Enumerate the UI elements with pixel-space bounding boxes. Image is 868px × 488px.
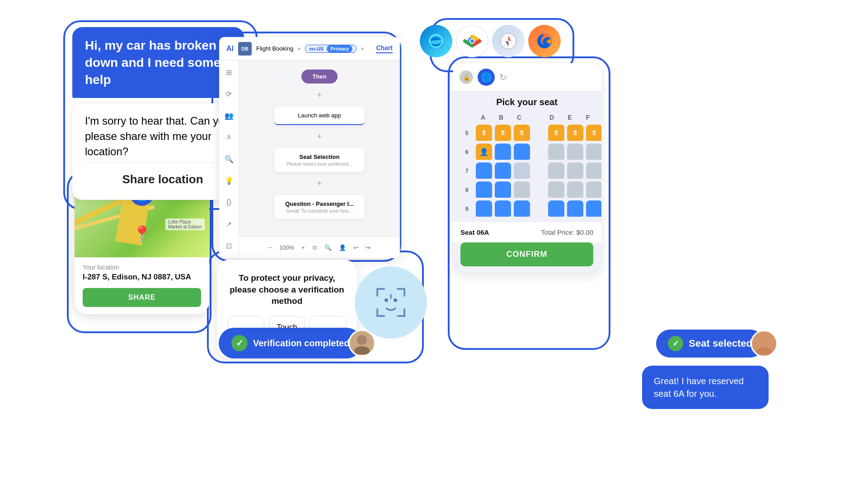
svg-point-8 [470, 39, 474, 43]
sidebar-devices-icon[interactable]: ⊡ [223, 239, 235, 252]
flow-question-title: Question - Passenger I... [282, 200, 357, 207]
firefox-icon[interactable] [528, 25, 561, 57]
seat-widget-footer: Seat 06A Total Price: $0.00 [452, 222, 601, 242]
map-label-3: Lotte PlazaMarket at Edison [165, 218, 205, 230]
share-button[interactable]: SHARE [83, 288, 201, 307]
seat-7c[interactable] [514, 163, 530, 179]
seat-response-text: Great! I have reserved seat 6A for you. [654, 375, 757, 400]
seat-5b[interactable]: $ [495, 125, 511, 141]
safari-icon[interactable] [492, 25, 525, 57]
seat-selected-text: Seat selected [689, 338, 752, 349]
svg-point-20 [385, 298, 388, 302]
seat-9d[interactable] [548, 200, 564, 217]
flow-dropdown-icon[interactable]: ▾ [298, 46, 300, 52]
sidebar-export-icon[interactable]: ↗ [223, 218, 235, 230]
seat-9e[interactable] [567, 200, 583, 217]
seat-7e[interactable] [567, 163, 583, 179]
seat-5a[interactable]: $ [476, 125, 492, 141]
col-c: C [510, 114, 528, 121]
fit-icon[interactable]: ⊙ [312, 244, 317, 251]
row-num-8: 8 [460, 186, 474, 193]
seat-7f[interactable] [586, 163, 601, 179]
flow-question-node[interactable]: Question - Passenger I... Great! To comp… [274, 195, 365, 219]
col-d: D [543, 114, 561, 121]
seat-7a[interactable] [476, 163, 492, 179]
seat-5f[interactable]: $ [586, 125, 601, 141]
sidebar-code-icon[interactable]: {} [223, 196, 235, 209]
flow-users-icon[interactable]: 👤 [339, 244, 346, 251]
seat-7d[interactable] [548, 163, 564, 179]
flow-seat-sub: Please select your preferred... [282, 161, 357, 167]
flow-launch-node[interactable]: Launch web app [274, 107, 365, 125]
sidebar-grid-icon[interactable]: ⊞ [223, 66, 235, 79]
flow-question-sub: Great! To complete your boo... [282, 208, 357, 214]
seat-9a[interactable] [476, 200, 492, 217]
seat-8f[interactable] [586, 181, 601, 198]
flow-plus-3[interactable]: + [317, 178, 322, 189]
undo-icon[interactable]: ↩ [353, 244, 358, 251]
seat-9b[interactable] [495, 200, 511, 217]
col-spacer-2 [528, 114, 543, 121]
seat-6b[interactable] [495, 144, 511, 160]
map-pin-icon: 📍 [132, 225, 152, 244]
seat-6a-selected[interactable]: 👤 [476, 144, 492, 160]
seat-9c[interactable] [514, 200, 530, 217]
sidebar-users-icon[interactable]: 👥 [223, 109, 235, 122]
flow-title[interactable]: Flight Booking [256, 45, 293, 52]
seat-refresh-icon[interactable]: ↻ [499, 72, 507, 83]
seat-5e[interactable]: $ [567, 125, 583, 141]
redo-icon[interactable]: ↪ [366, 244, 371, 251]
flow-avatar: DB [238, 42, 252, 56]
col-spacer-1 [460, 114, 474, 121]
row-num-6: 6 [460, 149, 474, 155]
seat-8b[interactable] [495, 181, 511, 198]
svg-point-24 [354, 346, 370, 354]
seat-5d[interactable]: $ [548, 125, 564, 141]
seat-6e[interactable] [567, 144, 583, 160]
seat-widget-topbar: 🔒 🌐 ↻ [452, 63, 601, 92]
flow-plus-2[interactable]: + [317, 131, 322, 142]
chart-tab[interactable]: Chart [376, 44, 393, 53]
zoom-minus[interactable]: − [268, 244, 272, 251]
browser-icons-container [420, 25, 561, 57]
seat-8e[interactable] [567, 181, 583, 198]
row-num-5: 5 [460, 130, 474, 136]
lang-dropdown-icon[interactable]: ▾ [361, 46, 364, 52]
seat-6d[interactable] [548, 144, 564, 160]
zoom-search-icon[interactable]: 🔍 [324, 244, 332, 251]
seat-6f[interactable] [586, 144, 601, 160]
seat-globe-icon: 🌐 [478, 69, 495, 86]
chrome-icon[interactable] [456, 25, 488, 57]
seat-info: Seat 06A [460, 228, 489, 236]
seat-9f[interactable] [586, 200, 601, 217]
col-f: F [579, 114, 597, 121]
user-message-bubble: Hi, my car has broken down and I need so… [72, 27, 244, 98]
sidebar-search-icon[interactable]: 🔍 [223, 153, 235, 165]
sidebar-layers-icon[interactable]: ≡ [223, 131, 235, 144]
location-text: I-287 S, Edison, NJ 0887, USA [83, 273, 201, 282]
flow-then-node[interactable]: Then [301, 70, 337, 84]
face-id-circle [355, 266, 427, 339]
seat-6c[interactable] [514, 144, 530, 160]
sidebar-link-icon[interactable]: ⟳ [223, 88, 235, 100]
seat-8c[interactable] [514, 181, 530, 198]
seat-row-5: 5 $ $ $ $ $ $ [460, 125, 594, 141]
verification-complete-badge: ✓ Verification completed [219, 328, 362, 358]
flow-plus-1[interactable]: + [317, 90, 322, 100]
zoom-plus[interactable]: + [301, 244, 305, 251]
sidebar-bulb-icon[interactable]: 💡 [223, 174, 235, 187]
flow-seat-title: Seat Selection [282, 153, 357, 160]
seat-8d[interactable] [548, 181, 564, 198]
location-label: Your location [83, 264, 201, 271]
face-id-svg [371, 282, 411, 323]
primary-badge: Primary [327, 46, 352, 51]
verification-check-icon: ✓ [231, 335, 248, 351]
confirm-button[interactable]: CONFIRM [460, 242, 593, 266]
share-location-button[interactable]: Share location [85, 163, 240, 189]
edge-icon[interactable] [420, 25, 452, 57]
seat-5c[interactable]: $ [514, 125, 530, 141]
flow-seat-node[interactable]: Seat Selection Please select your prefer… [274, 148, 365, 172]
seat-7b[interactable] [495, 163, 511, 179]
seat-widget-title-area: Pick your seat [452, 92, 601, 110]
seat-8a[interactable] [476, 181, 492, 198]
